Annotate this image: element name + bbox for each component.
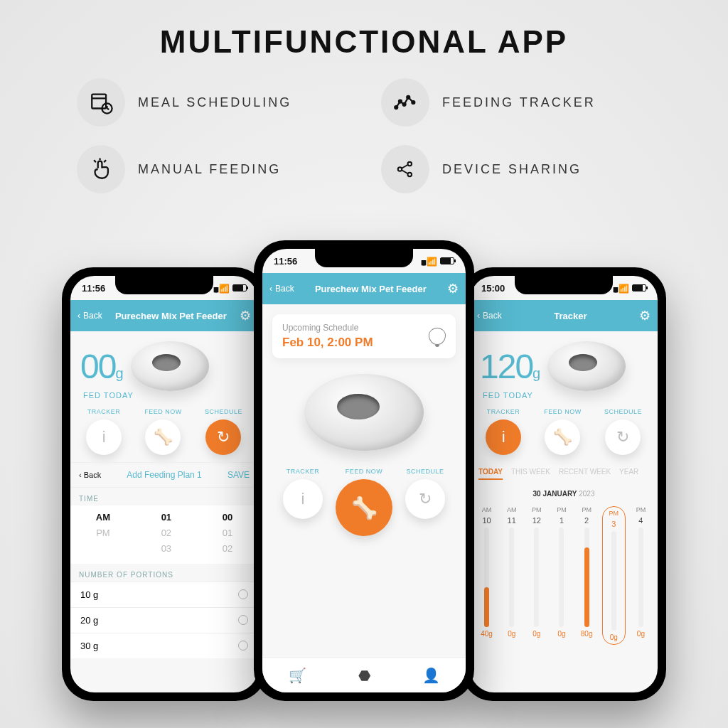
wifi-icon <box>219 283 230 294</box>
app-header: ‹ Back Tracker ⚙ <box>470 300 658 331</box>
header-title: Tracker <box>505 311 636 321</box>
bar-hour: 12 <box>532 516 541 525</box>
battery-icon <box>632 284 646 291</box>
bar-ampm: AM <box>482 506 492 513</box>
signal-icon <box>613 283 616 294</box>
time-picker[interactable]: AMPM 010203 000102 <box>70 505 258 564</box>
gram-unit: g <box>532 365 540 381</box>
feature-feeding-tracker: FEEDING TRACKER <box>381 78 651 127</box>
tab-this-week[interactable]: THIS WEEK <box>511 468 550 480</box>
schedule-button[interactable]: SCHEDULE ↻ <box>604 408 642 455</box>
feature-label: DEVICE SHARING <box>442 162 582 177</box>
bar-column[interactable]: PM280g <box>577 506 596 645</box>
bottom-nav: 🛒 ⬣ 👤 <box>262 657 466 692</box>
back-button[interactable]: ‹ Back <box>77 311 102 321</box>
svg-rect-0 <box>92 95 106 109</box>
bar-value: 0g <box>557 630 565 638</box>
nav-shop-icon[interactable]: 🛒 <box>289 667 306 684</box>
svg-line-10 <box>94 160 96 162</box>
fed-today-value: 00 <box>80 348 115 385</box>
section-time-label: TIME <box>70 488 258 505</box>
settings-button[interactable]: ⚙ <box>447 281 459 296</box>
feeder-device-image <box>131 341 209 391</box>
info-icon: i <box>86 419 122 455</box>
feed-now-button[interactable]: FEED NOW 🦴 <box>336 468 392 536</box>
tracker-date: 30 JANUARY 2023 <box>470 486 658 499</box>
tracker-button[interactable]: TRACKER i <box>283 468 323 536</box>
tab-year[interactable]: YEAR <box>619 468 638 480</box>
bar-column[interactable]: AM110g <box>502 506 521 645</box>
tab-recent-week[interactable]: RECENT WEEK <box>559 468 611 480</box>
settings-button[interactable]: ⚙ <box>639 308 651 323</box>
feeding-bar-chart: AM1040gAM110gPM120gPM10gPM280gPM30gPM40g <box>470 499 658 653</box>
bar-column[interactable]: PM10g <box>552 506 571 645</box>
plan-title: Add Feeding Plan 1 <box>127 470 201 480</box>
schedule-button[interactable]: SCHEDULE ↻ <box>205 408 242 455</box>
info-icon: i <box>486 419 521 455</box>
schedule-button[interactable]: SCHEDULE ↻ <box>405 468 445 536</box>
feature-device-sharing: DEVICE SHARING <box>381 145 651 193</box>
header-title: Purechew Mix Pet Feeder <box>297 284 444 294</box>
tracker-tabs: TODAY THIS WEEK RECENT WEEK YEAR <box>470 462 658 486</box>
svg-point-5 <box>395 106 397 109</box>
bar-column[interactable]: PM120g <box>527 506 546 645</box>
tracker-button[interactable]: TRACKER i <box>486 408 521 455</box>
svg-point-8 <box>407 96 410 99</box>
plan-save-button[interactable]: SAVE <box>228 470 250 480</box>
chart-line-icon <box>381 78 429 127</box>
settings-button[interactable]: ⚙ <box>240 308 251 323</box>
portion-option[interactable]: 20 g <box>70 607 258 633</box>
status-time: 11:56 <box>274 256 297 267</box>
battery-icon <box>232 284 247 291</box>
history-icon: ↻ <box>405 479 445 519</box>
phone-feed-now-screen: 11:56 ‹ Back Purechew Mix Pet Feeder ⚙ U… <box>254 240 474 701</box>
back-button[interactable]: ‹ Back <box>269 284 294 294</box>
signal-icon <box>421 256 424 267</box>
portion-option[interactable]: 10 g <box>70 582 258 607</box>
bell-icon[interactable] <box>429 328 446 345</box>
calendar-clock-icon <box>77 78 125 127</box>
bone-icon: 🦴 <box>336 479 392 536</box>
bar-value: 0g <box>508 630 515 638</box>
bone-icon: 🦴 <box>545 419 580 455</box>
bar-track <box>611 531 616 631</box>
svg-point-6 <box>399 100 402 103</box>
svg-point-13 <box>398 167 402 171</box>
feed-now-button[interactable]: FEED NOW 🦴 <box>544 408 582 455</box>
wifi-icon <box>619 283 629 294</box>
bar-ampm: PM <box>532 506 542 513</box>
feeder-device-image <box>547 341 626 391</box>
back-button[interactable]: ‹ Back <box>477 311 502 321</box>
upcoming-schedule-card[interactable]: Upcoming Schedule Feb 10, 2:00 PM <box>272 314 456 358</box>
bar-value: 0g <box>532 630 540 638</box>
bar-column[interactable]: PM30g <box>602 506 626 645</box>
nav-home-icon[interactable]: ⬣ <box>358 667 370 684</box>
svg-line-11 <box>104 160 106 162</box>
bar-hour: 3 <box>611 520 616 528</box>
svg-point-9 <box>412 101 414 104</box>
app-header: ‹ Back Purechew Mix Pet Feeder ⚙ <box>70 300 258 331</box>
fed-today-value: 120 <box>480 348 532 385</box>
bar-track <box>584 528 589 627</box>
bar-column[interactable]: PM40g <box>631 506 651 645</box>
plan-back-button[interactable]: ‹ Back <box>79 471 101 479</box>
tab-today[interactable]: TODAY <box>478 468 503 480</box>
feed-now-button[interactable]: FEED NOW 🦴 <box>144 408 182 455</box>
bone-icon: 🦴 <box>145 419 181 455</box>
portion-list: 10 g 20 g 30 g <box>70 582 258 658</box>
svg-point-15 <box>408 173 412 177</box>
bar-hour: 1 <box>560 516 564 525</box>
bar-value: 40g <box>481 630 493 638</box>
bar-hour: 11 <box>508 516 516 525</box>
tracker-button[interactable]: TRACKER i <box>86 408 122 455</box>
wifi-icon <box>427 256 437 267</box>
nav-profile-icon[interactable]: 👤 <box>422 667 440 684</box>
bar-track <box>638 528 643 627</box>
bar-track <box>484 528 489 627</box>
feature-grid: MEAL SCHEDULING FEEDING TRACKER MANUAL F… <box>0 78 728 193</box>
battery-icon <box>440 257 454 264</box>
history-icon: ↻ <box>205 419 241 455</box>
bar-column[interactable]: AM1040g <box>477 506 496 645</box>
portion-option[interactable]: 30 g <box>70 633 258 658</box>
bar-ampm: PM <box>609 510 619 517</box>
